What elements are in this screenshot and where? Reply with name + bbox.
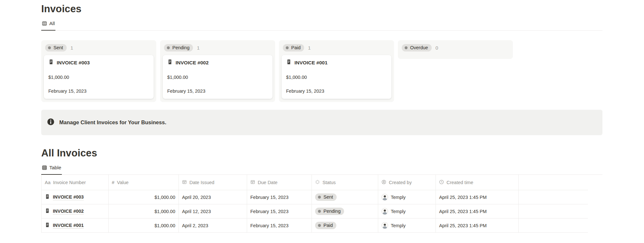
invoice-card-002[interactable]: INVOICE #002 $1,000.00 February 15, 2023 bbox=[163, 55, 273, 99]
invoice-page-link[interactable]: INVOICE #003 bbox=[53, 194, 84, 200]
card-title: INVOICE #003 bbox=[57, 60, 90, 66]
card-title: INVOICE #002 bbox=[176, 60, 209, 66]
cell-created-time[interactable]: April 25, 2023 1:45 PM bbox=[436, 204, 519, 218]
status-pill-label: Overdue bbox=[410, 45, 428, 50]
board-column-sent: Sent 1 INVOICE #003 $1,000.00 February 1… bbox=[41, 40, 156, 102]
card-due-date: February 15, 2023 bbox=[48, 89, 149, 94]
status-pill-sent: Sent bbox=[315, 193, 337, 201]
status-pill-sent[interactable]: Sent bbox=[45, 44, 67, 51]
created-by-name: Temply bbox=[391, 223, 406, 228]
board-column-header: Paid 1 bbox=[283, 44, 390, 51]
status-pill-label: Sent bbox=[323, 194, 333, 200]
tab-all[interactable]: All bbox=[41, 21, 55, 31]
cell-created-by[interactable]: Temply bbox=[378, 219, 436, 232]
invoice-card-003[interactable]: INVOICE #003 $1,000.00 February 15, 2023 bbox=[44, 55, 154, 99]
column-header-status[interactable]: Status bbox=[312, 175, 378, 190]
cell-date-issued[interactable]: April 20, 2023 bbox=[179, 190, 247, 204]
card-value: $1,000.00 bbox=[286, 75, 387, 80]
callout-text: Manage Client Invoices for Your Business… bbox=[59, 119, 166, 126]
column-header-label: Invoice Number bbox=[53, 180, 86, 185]
board-view-tabbar: All bbox=[41, 21, 602, 31]
table-view-icon bbox=[42, 165, 47, 170]
status-pill-overdue[interactable]: Overdue bbox=[402, 44, 432, 51]
cell-due-date[interactable]: February 15, 2023 bbox=[247, 219, 312, 232]
cell-date-issued[interactable]: April 12, 2023 bbox=[179, 204, 247, 218]
cell-invoice-number[interactable]: INVOICE #003 bbox=[42, 190, 109, 204]
board-view-icon bbox=[42, 21, 47, 26]
column-header-created-by[interactable]: Created by bbox=[378, 175, 436, 190]
invoice-card-001[interactable]: INVOICE #001 $1,000.00 February 15, 2023 bbox=[282, 55, 391, 99]
cell-empty[interactable] bbox=[519, 204, 588, 218]
tab-table[interactable]: Table bbox=[41, 165, 62, 175]
column-header-due-date[interactable]: Due Date bbox=[247, 175, 312, 190]
avatar bbox=[381, 208, 388, 215]
page-title-invoices: Invoices bbox=[41, 0, 602, 15]
column-header-label: Value bbox=[117, 180, 129, 185]
status-dot-icon bbox=[318, 196, 321, 199]
invoice-page-link[interactable]: INVOICE #001 bbox=[53, 223, 84, 229]
cell-value[interactable]: $1,000.00 bbox=[109, 204, 179, 218]
text-property-icon: Aa bbox=[45, 180, 51, 185]
cell-due-date[interactable]: February 15, 2023 bbox=[247, 190, 312, 204]
cell-date-issued[interactable]: April 2, 2023 bbox=[179, 219, 247, 232]
status-pill-pending[interactable]: Pending bbox=[164, 44, 193, 51]
card-due-date: February 15, 2023 bbox=[167, 89, 268, 94]
status-pill-label: Paid bbox=[323, 223, 333, 228]
column-count: 0 bbox=[436, 45, 438, 51]
cell-due-date[interactable]: February 15, 2023 bbox=[247, 204, 312, 218]
cell-empty[interactable] bbox=[519, 190, 588, 204]
status-pill-label: Paid bbox=[291, 45, 301, 50]
clock-icon bbox=[439, 180, 444, 185]
status-pill-pending: Pending bbox=[315, 208, 344, 215]
cell-status[interactable]: Paid bbox=[312, 219, 378, 232]
column-header-label: Created time bbox=[447, 180, 473, 185]
board-column-header: Sent 1 bbox=[45, 44, 152, 51]
status-dot-icon bbox=[318, 210, 321, 213]
status-dot-icon bbox=[286, 46, 289, 49]
column-header-empty[interactable] bbox=[519, 175, 588, 190]
receipt-icon bbox=[45, 222, 50, 229]
card-value: $1,000.00 bbox=[167, 75, 268, 80]
cell-empty[interactable] bbox=[519, 219, 588, 232]
created-by-name: Temply bbox=[391, 209, 406, 214]
column-header-invoice-number[interactable]: Aa Invoice Number bbox=[42, 175, 109, 190]
receipt-icon bbox=[48, 59, 54, 66]
column-header-date-issued[interactable]: Date Issued bbox=[179, 175, 247, 190]
board-column-header: Pending 1 bbox=[164, 44, 271, 51]
cell-created-by[interactable]: Temply bbox=[378, 204, 436, 218]
board-column-pending: Pending 1 INVOICE #002 $1,000.00 Februar… bbox=[160, 40, 275, 102]
table-body: INVOICE #003 $1,000.00 April 20, 2023 Fe… bbox=[42, 190, 588, 233]
status-pill-label: Pending bbox=[172, 45, 189, 50]
calendar-icon bbox=[250, 180, 255, 185]
cell-value[interactable]: $1,000.00 bbox=[109, 190, 179, 204]
invoices-board: Sent 1 INVOICE #003 $1,000.00 February 1… bbox=[41, 40, 602, 102]
status-pill-paid: Paid bbox=[315, 222, 336, 229]
column-header-created-time[interactable]: Created time bbox=[436, 175, 519, 190]
status-dot-icon bbox=[48, 46, 51, 49]
status-pill-paid[interactable]: Paid bbox=[283, 44, 304, 51]
table-header-row: Aa Invoice Number # Value Date Issued Du… bbox=[42, 175, 588, 190]
column-header-label: Due Date bbox=[258, 180, 277, 185]
cell-invoice-number[interactable]: INVOICE #002 bbox=[42, 204, 109, 218]
invoice-page-link[interactable]: INVOICE #002 bbox=[53, 209, 84, 214]
cell-invoice-number[interactable]: INVOICE #001 bbox=[42, 219, 109, 232]
cell-created-time[interactable]: April 25, 2023 1:45 PM bbox=[436, 219, 519, 232]
cell-value[interactable]: $1,000.00 bbox=[109, 219, 179, 232]
status-dot-icon bbox=[318, 224, 321, 227]
avatar bbox=[381, 222, 388, 229]
status-dot-icon bbox=[167, 46, 170, 49]
cell-status[interactable]: Sent bbox=[312, 190, 378, 204]
status-pill-label: Pending bbox=[323, 209, 341, 214]
cell-created-by[interactable]: Temply bbox=[378, 190, 436, 204]
status-spinner-icon bbox=[315, 180, 320, 185]
cell-created-time[interactable]: April 25, 2023 1:45 PM bbox=[436, 190, 519, 204]
column-header-value[interactable]: # Value bbox=[109, 175, 179, 190]
table-row-invoice-001: INVOICE #001 $1,000.00 April 2, 2023 Feb… bbox=[42, 219, 588, 233]
callout: Manage Client Invoices for Your Business… bbox=[41, 110, 602, 135]
tab-table-label: Table bbox=[49, 165, 61, 171]
tab-all-label: All bbox=[49, 21, 55, 26]
page-title-all-invoices: All Invoices bbox=[41, 147, 602, 160]
table-view-tabbar: Table bbox=[41, 165, 602, 175]
cell-status[interactable]: Pending bbox=[312, 204, 378, 218]
column-header-label: Status bbox=[322, 180, 336, 185]
